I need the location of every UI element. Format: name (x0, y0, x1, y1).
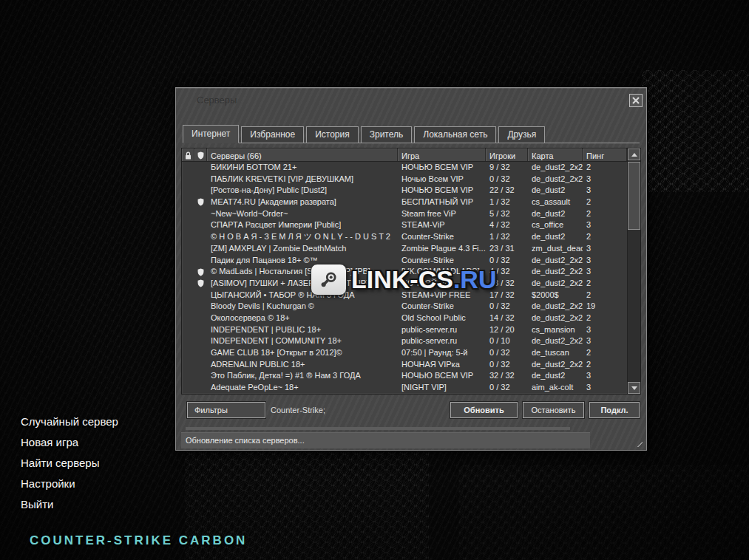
row-lock-cell (182, 313, 194, 324)
table-row[interactable]: ~New~World~Order~ Steam free ViP 5 / 32 … (182, 208, 627, 220)
table-row[interactable]: [Ростов-на-Дону] Public [Dust2] НОЧЬЮ ВС… (182, 185, 627, 197)
server-name: [Ростов-на-Дону] Public [Dust2] (207, 185, 398, 197)
table-row[interactable]: СПАРТА Расцвет Империи [Public] STEAM-Vi… (182, 219, 627, 231)
server-ping: 3 (583, 370, 627, 382)
server-ping: 2 (583, 347, 627, 359)
scrollbar-thumb[interactable] (628, 162, 640, 230)
tab-favorites[interactable]: Избранное (241, 126, 304, 143)
server-players: 0 / 32 (486, 301, 528, 313)
server-map: de_dust2_2x2 (528, 174, 583, 185)
menu-item-settings[interactable]: Настройки (21, 478, 118, 490)
scrollbar-track[interactable] (628, 230, 640, 382)
watermark-text: LINK-CS.RU (351, 265, 496, 294)
column-header-secure[interactable] (194, 148, 207, 161)
server-map: cs_office (528, 219, 583, 231)
game-logo: COUNTER-STRIKE CARBON (30, 533, 247, 548)
row-shield-cell (194, 255, 207, 267)
column-header-game[interactable]: Игра (398, 148, 486, 161)
row-lock-cell (182, 208, 194, 220)
row-lock-cell (182, 359, 194, 371)
table-row[interactable]: MEAT74.RU [Академия разврата] БЕСПЛАТНЫЙ… (182, 197, 627, 208)
menu-item-quit[interactable]: Выйти (21, 499, 118, 511)
progress-strip (186, 427, 570, 430)
tab-internet[interactable]: Интернет (183, 125, 239, 143)
server-map: de_dust2 (528, 231, 583, 243)
table-row[interactable]: © Н О В А Я - З Е М Л Я ツ O N L Y - - D … (182, 231, 627, 243)
server-ping: 2 (583, 197, 627, 208)
server-players: 0 / 32 (486, 382, 528, 394)
server-map: de_dust2_2x2 (528, 359, 583, 371)
table-row[interactable]: INDEPENDENT | PUBLIC 18+ public-server.r… (182, 324, 627, 336)
server-name: [ZM] AMXPLAY | Zombie DeathMatch (207, 243, 398, 255)
server-map: de_dust2 (528, 208, 583, 220)
server-map: de_dust2 (528, 370, 583, 382)
table-row[interactable]: GAME CLUB 18+ [Открыт в 2012]© 07:50 | Р… (182, 347, 627, 359)
row-lock-cell (182, 278, 194, 290)
server-game: Old School Public (398, 313, 486, 324)
tab-history[interactable]: История (306, 126, 359, 143)
steam-logo-icon (311, 264, 347, 296)
server-players: 0 / 32 (486, 347, 528, 359)
close-icon (632, 97, 640, 104)
scrollbar (627, 148, 640, 394)
refresh-button[interactable]: Обновить (450, 402, 518, 418)
row-lock-cell (182, 301, 194, 313)
column-header-servers[interactable]: Серверы (66) (207, 148, 398, 161)
server-players: 1 / 32 (486, 231, 528, 243)
table-row[interactable]: Adequate PeOpLe~ 18+ [NIGHT VIP] 0 / 32 … (182, 382, 627, 394)
table-row[interactable]: ADRENALIN PUBLIC 18+ НОЧНАЯ VIPка 0 / 32… (182, 359, 627, 371)
dialog-titlebar[interactable]: Серверы (176, 88, 646, 107)
scroll-down-button[interactable] (628, 382, 640, 394)
scroll-up-button[interactable] (628, 148, 640, 160)
server-game: БЕСПЛАТНЫЙ VIP (398, 197, 486, 208)
server-ping: 19 (583, 301, 627, 313)
server-players: 22 / 32 (486, 185, 528, 197)
watermark: LINK-CS.RU (311, 264, 496, 296)
server-map: zm_dust_dead (528, 243, 583, 255)
server-players: 23 / 31 (486, 243, 528, 255)
table-row[interactable]: Это Паблик, Детка! =) #1 ® Нам 3 ГОДА НО… (182, 370, 627, 382)
row-lock-cell (182, 162, 194, 174)
row-lock-cell (182, 174, 194, 185)
server-ping: 2 (583, 290, 627, 301)
menu-item-find-servers[interactable]: Найти серверы (21, 457, 118, 469)
row-shield-cell (194, 197, 207, 208)
column-header-map[interactable]: Карта (528, 148, 583, 161)
table-row[interactable]: ПАБЛИК KREVETKI [VIP ДЕВУШКАМ] Ночью Все… (182, 174, 627, 185)
stop-button[interactable]: Остановить (523, 402, 584, 418)
close-button[interactable] (629, 94, 643, 107)
shield-icon (197, 151, 204, 160)
column-header-players[interactable]: Игроки (486, 148, 528, 161)
row-shield-cell (194, 266, 207, 278)
column-header-password[interactable] (182, 148, 194, 161)
tab-friends[interactable]: Друзья (498, 126, 545, 143)
row-shield-cell (194, 243, 207, 255)
tab-spectate[interactable]: Зритель (361, 126, 413, 143)
menu-item-random-server[interactable]: Случайный сервер (21, 416, 118, 428)
filters-button[interactable]: Фильтры (187, 402, 265, 418)
server-ping: 3 (583, 382, 627, 394)
resize-grip[interactable] (633, 437, 643, 447)
menu-item-new-game[interactable]: Новая игра (21, 437, 118, 448)
tab-lan[interactable]: Локальная сеть (414, 126, 496, 143)
table-row[interactable]: БИКИНИ БОТТОМ 21+ НОЧЬЮ ВСЕМ VIP 9 / 32 … (182, 162, 627, 174)
server-ping: 3 (583, 335, 627, 347)
table-row[interactable]: Bloody Devils | Kuchurgan © Counter-Stri… (182, 301, 627, 313)
row-shield-cell (194, 290, 207, 301)
server-name: © Н О В А Я - З Е М Л Я ツ O N L Y - - D … (207, 231, 398, 243)
row-shield-cell (194, 301, 207, 313)
dialog-title: Серверы (197, 95, 237, 106)
server-name: Bloody Devils | Kuchurgan © (207, 301, 398, 313)
filter-summary: Counter-Strike; (271, 406, 325, 414)
table-row[interactable]: Околосервера © 18+ Old School Public 14 … (182, 313, 627, 324)
connect-button[interactable]: Подкл. (589, 402, 640, 418)
arrow-up-icon (631, 153, 637, 157)
lock-icon (185, 151, 192, 160)
column-header-ping[interactable]: Пинг (583, 148, 627, 161)
server-players: 32 / 32 (486, 370, 528, 382)
server-players: 9 / 32 (486, 162, 528, 174)
server-players: 4 / 32 (486, 219, 528, 231)
table-row[interactable]: INDEPENDENT | COMMUNITY 18+ public-serve… (182, 335, 627, 347)
watermark-text-main: LINK-CS (351, 265, 453, 293)
table-row[interactable]: [ZM] AMXPLAY | Zombie DeathMatch Zombie … (182, 243, 627, 255)
